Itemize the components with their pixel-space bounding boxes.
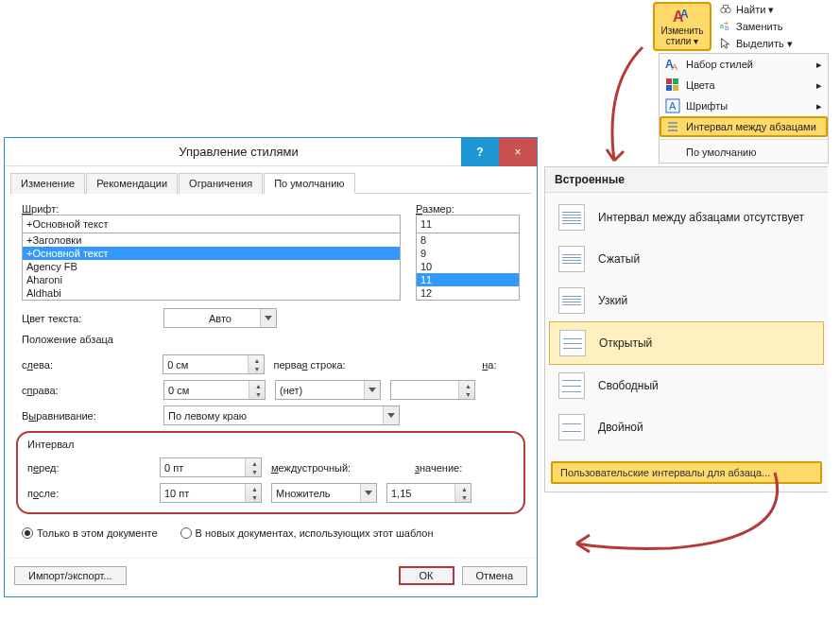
dialog-footer: Импорт/экспорт... ОК Отмена bbox=[5, 558, 537, 596]
manage-styles-dialog: Управление стилями ? × Изменение Рекомен… bbox=[4, 137, 538, 597]
value-spinner[interactable]: 1,15▲▼ bbox=[386, 483, 471, 503]
replace-label: Заменить bbox=[736, 21, 782, 32]
size-column: Размер: 11 8 9 10 11 12 bbox=[416, 203, 520, 301]
text-color-combo[interactable]: Авто bbox=[163, 308, 277, 328]
before-spinner[interactable]: 0 пт▲▼ bbox=[160, 457, 262, 477]
builtin-double[interactable]: Двойной bbox=[549, 406, 824, 448]
first-line-value: (нет) bbox=[280, 385, 302, 396]
size-listbox[interactable]: 8 9 10 11 12 bbox=[416, 233, 520, 301]
builtin-compact[interactable]: Сжатый bbox=[549, 238, 824, 280]
colors-icon bbox=[665, 78, 680, 93]
select-button[interactable]: Выделить ▾ bbox=[717, 36, 795, 51]
dd-paragraph-spacing[interactable]: Интервал между абзацами bbox=[660, 116, 828, 137]
replace-button[interactable]: abЗаменить bbox=[717, 19, 795, 34]
alignment-combo[interactable]: По левому краю bbox=[163, 405, 400, 425]
tab-recommend[interactable]: Рекомендации bbox=[86, 173, 178, 194]
size-option[interactable]: 12 bbox=[417, 286, 519, 300]
right-value: 0 см bbox=[168, 385, 189, 396]
left-spinner[interactable]: 0 см▲▼ bbox=[163, 354, 264, 374]
builtin-label: Сжатый bbox=[598, 252, 640, 266]
alignment-label: Выравнивание: bbox=[22, 410, 154, 422]
dd-separator bbox=[660, 139, 828, 140]
titlebar-buttons: ? × bbox=[461, 138, 537, 166]
tab-edit[interactable]: Изменение bbox=[10, 173, 85, 194]
font-textbox[interactable]: +Основной текст bbox=[22, 215, 401, 233]
alignment-row: Выравнивание: По левому краю bbox=[22, 405, 520, 425]
cancel-button[interactable]: Отмена bbox=[462, 566, 527, 585]
builtin-none[interactable]: Интервал между абзацами отсутствует bbox=[549, 197, 824, 238]
radio-icon bbox=[180, 527, 192, 539]
dd-default[interactable]: По умолчанию bbox=[660, 142, 828, 163]
font-layout: ШШрифт:рифт: +Основной текст +Заголовки … bbox=[22, 203, 520, 301]
editing-group: Найти ▾ abЗаменить Выделить ▾ bbox=[713, 0, 798, 53]
help-button[interactable]: ? bbox=[461, 138, 499, 166]
tab-default[interactable]: По умолчанию bbox=[264, 173, 354, 194]
by-label: на: bbox=[482, 359, 520, 371]
svg-text:a: a bbox=[720, 23, 724, 29]
default-icon bbox=[665, 145, 680, 160]
style-set-icon: AA bbox=[665, 57, 680, 72]
builtin-tight[interactable]: Узкий bbox=[549, 280, 824, 321]
after-row: после: 10 пт▲▼ Множитель 1,15▲▼ bbox=[27, 483, 514, 503]
svg-text:A: A bbox=[680, 8, 689, 21]
change-styles-line1: Изменить bbox=[660, 26, 703, 36]
font-option[interactable]: Aharoni bbox=[23, 273, 400, 286]
radio-new-docs-label: В новых документах, использующих этот ша… bbox=[196, 527, 434, 539]
size-textbox[interactable]: 11 bbox=[416, 215, 520, 233]
spacing-relaxed-icon bbox=[558, 372, 585, 399]
tab-restrict[interactable]: Ограничения bbox=[179, 173, 263, 194]
spacing-tight-icon bbox=[558, 287, 585, 314]
ok-button[interactable]: ОК bbox=[399, 566, 454, 585]
dd-colors[interactable]: Цвета▸ bbox=[660, 75, 828, 95]
builtin-label: Открытый bbox=[599, 336, 652, 350]
spacing-open-icon bbox=[559, 330, 586, 356]
change-styles-button[interactable]: AA Изменить стили ▾ bbox=[653, 2, 711, 51]
value-label: значение: bbox=[415, 462, 481, 474]
right-spinner[interactable]: 0 см▲▼ bbox=[163, 380, 266, 400]
font-option[interactable]: +Основной текст bbox=[23, 247, 400, 260]
builtin-open[interactable]: Открытый bbox=[549, 321, 824, 365]
first-line-combo[interactable]: (нет) bbox=[275, 380, 381, 400]
builtin-relaxed[interactable]: Свободный bbox=[549, 365, 824, 406]
dd-fonts[interactable]: AШрифты▸ bbox=[660, 95, 828, 116]
svg-rect-9 bbox=[673, 78, 678, 84]
font-option[interactable]: Agency FB bbox=[23, 260, 400, 273]
ribbon-row: AA Изменить стили ▾ Найти ▾ abЗаменить В… bbox=[651, 0, 840, 53]
styles-dropdown: AAНабор стилей▸ Цвета▸ AШрифты▸ Интервал… bbox=[659, 53, 829, 164]
dd-default-label: По умолчанию bbox=[686, 147, 756, 158]
spacing-compact-icon bbox=[558, 246, 585, 272]
dd-style-set[interactable]: AAНабор стилей▸ bbox=[660, 54, 828, 75]
right-label: справа: bbox=[22, 385, 154, 396]
radio-new-docs[interactable]: В новых документах, использующих этот ша… bbox=[180, 527, 434, 539]
dd-paragraph-spacing-label: Интервал между абзацами bbox=[686, 121, 816, 132]
size-option[interactable]: 8 bbox=[417, 233, 519, 247]
text-color-value: Авто bbox=[209, 313, 231, 324]
builtin-custom[interactable]: Пользовательские интервалы для абзаца... bbox=[551, 461, 822, 484]
radio-this-doc-label: Только в этом документе bbox=[37, 527, 158, 539]
after-spinner[interactable]: 10 пт▲▼ bbox=[160, 483, 262, 503]
line-spacing-combo[interactable]: Множитель bbox=[271, 483, 377, 503]
interval-group: Интервал перед: 0 пт▲▼ междустрочный: зн… bbox=[16, 431, 525, 514]
position-grid: слева: 0 см▲▼ первая строка: на: справа:… bbox=[22, 354, 520, 425]
svg-point-2 bbox=[721, 8, 726, 12]
font-option[interactable]: +Заголовки bbox=[23, 233, 400, 247]
close-button[interactable]: × bbox=[499, 138, 537, 166]
after-value: 10 пт bbox=[164, 488, 189, 499]
find-button[interactable]: Найти ▾ bbox=[717, 2, 795, 17]
size-option[interactable]: 10 bbox=[417, 260, 519, 273]
position-header: Положение абзаца bbox=[22, 334, 520, 345]
builtin-label: Двойной bbox=[598, 421, 643, 434]
import-export-button[interactable]: Импорт/экспорт... bbox=[14, 566, 127, 585]
font-listbox[interactable]: +Заголовки +Основной текст Agency FB Aha… bbox=[22, 233, 401, 301]
paragraph-spacing-icon bbox=[665, 119, 680, 134]
before-label: перед: bbox=[27, 462, 150, 474]
size-option[interactable]: 9 bbox=[417, 247, 519, 260]
font-option[interactable]: Aldhabi bbox=[23, 286, 400, 300]
size-option[interactable]: 11 bbox=[417, 273, 519, 286]
radio-this-doc[interactable]: Только в этом документе bbox=[22, 527, 158, 539]
by-spinner[interactable]: ▲▼ bbox=[390, 380, 475, 400]
first-line-label: первая строка: bbox=[274, 359, 379, 371]
select-label: Выделить ▾ bbox=[736, 38, 793, 50]
svg-text:b: b bbox=[725, 25, 729, 31]
interval-header: Интервал bbox=[27, 439, 514, 450]
